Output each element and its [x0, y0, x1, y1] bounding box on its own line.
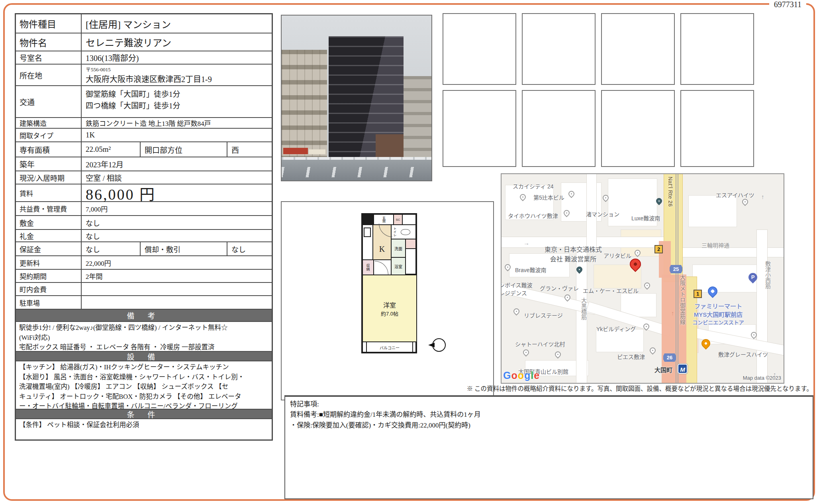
google-letter: g	[524, 370, 531, 381]
row-value: 1K	[82, 129, 272, 141]
table-row: 交通 御堂筋線「大国町」徒歩1分 四つ橋線「大国町」徒歩1分	[16, 85, 272, 117]
row-label: 築年	[16, 157, 82, 171]
map-road	[683, 248, 784, 257]
table-row: 更新料 22,000円	[16, 255, 272, 269]
route-shield-26: 26	[663, 353, 676, 362]
exit-marker-2: 2	[654, 245, 663, 253]
plan-cell	[405, 248, 416, 275]
section-header-equipment: 設 備	[16, 351, 272, 361]
row-label: 現況/入居時期	[16, 171, 82, 184]
row-label: 保証金	[16, 242, 82, 255]
map-label: スカイシティ 24	[513, 182, 554, 190]
oneway-arrow-icon: ↑	[671, 310, 674, 316]
map-label: シャトーハイツ北村	[515, 340, 565, 348]
table-row: 築年 2023年12月	[16, 157, 272, 171]
plan-toilet-label: トイレ	[392, 227, 397, 237]
photo-podium	[376, 134, 404, 160]
row-label: 間取タイプ	[16, 129, 82, 141]
photo-placeholder	[680, 90, 754, 167]
row-value: 御堂筋線「大国町」徒歩1分 四つ橋線「大国町」徒歩1分	[82, 86, 272, 117]
oneway-arrow-icon: ↑	[761, 193, 764, 200]
parking-letter: P	[748, 273, 757, 282]
table-row: 保証金 なし 償却・敷引 なし	[16, 241, 272, 255]
photo-shop-sign	[309, 149, 325, 154]
row-label: 物件名	[16, 33, 82, 51]
row-value: 22.05m²	[82, 142, 141, 157]
row-value: 鉄筋コンクリート造 地上13階 総戸数84戸	[82, 118, 272, 128]
photo-side-building	[282, 50, 327, 160]
special-notes-title: 特記事項:	[290, 399, 808, 410]
rent-value: 86,000 円	[82, 184, 272, 201]
photo-placeholder	[680, 13, 754, 85]
row-value: セレニテ難波リアン	[82, 33, 272, 51]
conditions-body: 【条件】 ペット相談・保証会社利用必須	[16, 418, 272, 439]
transit-line: 御堂筋線「大国町」徒歩1分	[86, 88, 180, 100]
table-row: 建築構造 鉄筋コンクリート造 地上13階 総戸数84戸	[16, 117, 272, 128]
table-row: 町内会費	[16, 282, 272, 295]
document-id: 6977311	[769, 0, 806, 9]
map-label-line: ファミリーマート	[678, 302, 758, 310]
table-row-rent: 賃料 86,000 円	[16, 184, 272, 201]
plan-washroom: 洗面	[391, 239, 406, 258]
row-label: 交通	[16, 86, 82, 117]
map-building	[689, 196, 737, 227]
google-letter: o	[511, 370, 517, 381]
map-label: グラン・ヴァレ	[540, 284, 579, 292]
photo-placeholder	[601, 90, 675, 167]
row-value	[82, 283, 272, 295]
plan-closet: 収納	[362, 259, 374, 275]
insurance-note: ・保険:保険要加入(要確認)・カギ交換費用:22,000円(契約時)	[290, 420, 808, 431]
row-value: なし	[82, 216, 272, 229]
photo-placeholder	[601, 13, 675, 85]
toilet-fixture-icon	[401, 229, 410, 235]
map-label: Luxe難波南	[631, 214, 660, 222]
plan-entrance-label: 玄関	[382, 216, 386, 223]
map-label-line: ンボイス難波	[501, 281, 533, 289]
map-label-taxi-office: 東京・日本交通株式 会社 難波営業所	[533, 244, 613, 263]
table-row: 敷金 なし	[16, 215, 272, 229]
map-attribution: Map data ©2023	[743, 375, 781, 381]
table-row: 所在地 〒556-0015 大阪府大阪市浪速区敷津西2丁目1-9	[16, 64, 272, 85]
map-pin	[522, 348, 530, 357]
spec-table: 物件種目 [住居用] マンション 物件名 セレニテ難波リアン 号室名 1306(…	[15, 13, 273, 441]
north-arrow-icon	[432, 338, 446, 352]
map-label: ピエス敷津	[617, 353, 645, 361]
row-label: 賃料	[16, 184, 82, 201]
map-label-residence: ンボイス難波 レジデンス	[501, 281, 533, 297]
google-letter: e	[534, 370, 540, 381]
route-shield-25: 25	[670, 265, 682, 273]
plan-room-size: 約7.0帖	[381, 310, 398, 317]
row-label: 駐車場	[16, 296, 82, 309]
map-pin	[741, 198, 749, 206]
equipment-body: 【キッチン】 給湯器(ガス)・IHクッキングヒーター・システムキッチン 【水廻り…	[16, 361, 272, 409]
row-label: 契約期間	[16, 270, 82, 282]
row-value: 2023年12月	[82, 157, 272, 171]
plan-closet-label: 収納	[366, 264, 371, 271]
disclaimer-text: ※ この資料は物件の概略紹介資料になります。写真、間取図面、設備、概要などが現況…	[467, 384, 813, 392]
location-map: Nat'l Rte 26 大阪メトロ御堂筋線 大黒橋筋 三輪明神通 敷津小西筋 …	[501, 173, 784, 384]
map-label-line: MYS大国町駅前店	[678, 310, 758, 318]
row-value: なし	[82, 230, 272, 241]
map-label-line: 会社 難波営業所	[533, 254, 613, 263]
section-header-remarks: 備 考	[16, 309, 272, 321]
google-letter: G	[503, 370, 511, 381]
table-row: 専有面積 22.05m² 開口部方位 西	[16, 141, 272, 157]
row-value: なし	[82, 242, 141, 255]
floor-plan: 玄関 SC K トイレ 洗面 収納 浴室 洋室 約7.0帖 バルコニー	[281, 201, 494, 400]
street-name: Nat'l Rte 26	[667, 176, 674, 207]
photo-right-building	[404, 76, 432, 160]
street-name: 敷津小西筋	[764, 261, 772, 289]
plan-shelf	[405, 239, 416, 249]
property-sheet: 6977311 物件種目 [住居用] マンション 物件名 セレニテ難波リアン 号…	[0, 0, 819, 504]
address: 大阪府大阪市浪速区敷津西2丁目1-9	[86, 73, 212, 84]
remarks-body: 駅徒歩1分! / 便利な2way♪(御堂筋線・四ツ橋線) / インターネット無料…	[16, 321, 272, 351]
row-label: 号室名	[16, 51, 82, 64]
row-label: 共益費・管理費	[16, 202, 82, 215]
exit-marker-1: 1	[694, 290, 702, 298]
row-value: 7,000円	[82, 202, 272, 215]
street-name: 三輪明神通	[701, 241, 729, 249]
map-pin	[512, 307, 521, 316]
row-label: 所在地	[16, 65, 82, 85]
photo-shop-sign	[283, 148, 308, 154]
row-subvalue: 西	[227, 142, 272, 157]
